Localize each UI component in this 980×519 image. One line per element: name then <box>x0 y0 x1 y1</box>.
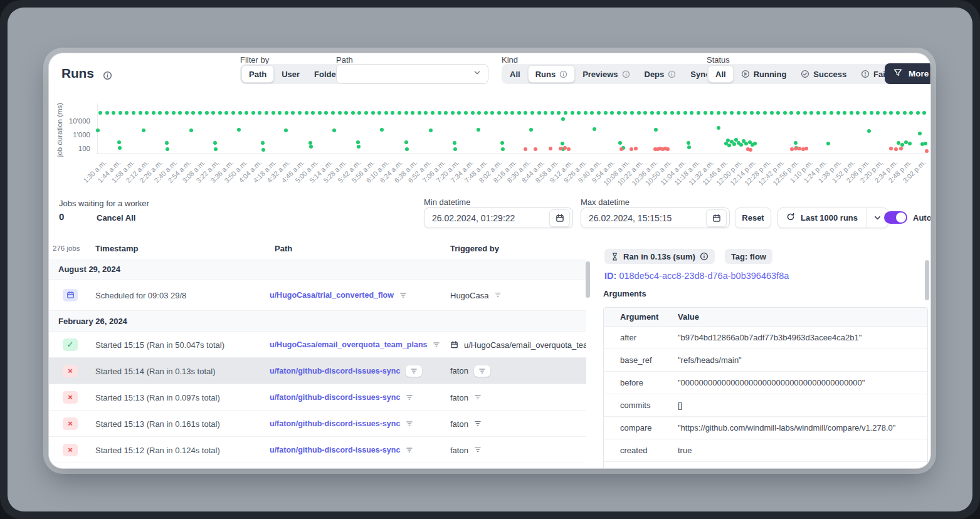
run-dot[interactable] <box>723 111 727 115</box>
run-dot[interactable] <box>477 111 481 115</box>
job-row[interactable]: ×Started 15:13 (Ran in 0.161s total)u/fa… <box>49 411 586 437</box>
run-dot[interactable] <box>98 111 102 115</box>
job-path-link[interactable]: u/HugoCasa/trial_converted_flow <box>270 291 394 300</box>
run-dot[interactable] <box>687 141 690 145</box>
filter-by-user[interactable]: User <box>275 65 307 83</box>
run-dot[interactable] <box>634 147 638 150</box>
run-dot[interactable] <box>610 111 614 115</box>
run-dot[interactable] <box>261 148 265 152</box>
run-dot[interactable] <box>743 111 747 115</box>
calendar-icon[interactable] <box>706 209 727 227</box>
run-dot[interactable] <box>666 147 670 151</box>
run-dot[interactable] <box>332 128 336 132</box>
run-dot[interactable] <box>710 111 714 115</box>
run-dot[interactable] <box>654 128 658 132</box>
run-dot[interactable] <box>559 147 562 150</box>
run-dot[interactable] <box>549 147 552 150</box>
run-dot[interactable] <box>903 111 907 115</box>
job-path-link[interactable]: u/faton/github-discord-issues-sync <box>270 393 400 402</box>
run-dot[interactable] <box>571 111 574 115</box>
run-dot[interactable] <box>453 141 456 145</box>
run-dot[interactable] <box>593 127 596 131</box>
filter-icon[interactable] <box>474 394 482 401</box>
run-dot[interactable] <box>431 111 435 115</box>
run-dot[interactable] <box>604 111 608 115</box>
detail-panel-scrollbar[interactable] <box>925 260 929 300</box>
run-dot[interactable] <box>889 147 893 150</box>
run-dot[interactable] <box>324 111 328 115</box>
max-datetime-input[interactable]: 26.02.2024, 15:15:15 <box>581 207 730 228</box>
run-dot[interactable] <box>271 111 275 115</box>
run-dot[interactable] <box>916 111 920 115</box>
run-dot[interactable] <box>749 148 752 152</box>
run-dot[interactable] <box>218 111 222 115</box>
run-dot[interactable] <box>258 111 261 115</box>
run-dot[interactable] <box>597 111 601 115</box>
run-dot[interactable] <box>577 111 581 115</box>
run-dot[interactable] <box>404 140 408 144</box>
run-dot[interactable] <box>856 111 860 115</box>
job-path-link[interactable]: u/faton/github-discord-issues-sync <box>270 367 400 375</box>
run-dot[interactable] <box>291 111 295 115</box>
run-dot[interactable] <box>265 111 268 115</box>
run-dot[interactable] <box>331 111 335 115</box>
run-dot[interactable] <box>424 111 428 115</box>
run-dot[interactable] <box>690 111 693 115</box>
filter-by-path[interactable]: Path <box>241 65 274 83</box>
run-dot[interactable] <box>918 132 922 135</box>
run-dot[interactable] <box>590 111 594 115</box>
run-dot[interactable] <box>922 111 926 115</box>
run-dot[interactable] <box>364 111 368 115</box>
run-dot[interactable] <box>380 128 384 132</box>
run-dot[interactable] <box>816 111 820 115</box>
run-dot[interactable] <box>870 111 873 115</box>
run-dot[interactable] <box>278 111 282 115</box>
run-dot[interactable] <box>830 111 833 115</box>
run-dot[interactable] <box>643 111 647 115</box>
run-dot[interactable] <box>185 111 189 115</box>
run-dot[interactable] <box>118 146 122 150</box>
run-dot[interactable] <box>96 128 100 132</box>
run-dot[interactable] <box>517 111 521 115</box>
run-dot[interactable] <box>490 111 494 115</box>
run-dot[interactable] <box>623 111 627 115</box>
run-dot[interactable] <box>863 111 867 115</box>
run-dot[interactable] <box>557 111 561 115</box>
run-dot[interactable] <box>783 111 787 115</box>
run-dot[interactable] <box>251 111 255 115</box>
run-dot[interactable] <box>453 147 457 151</box>
run-dot[interactable] <box>418 111 421 115</box>
run-dot[interactable] <box>119 111 122 115</box>
run-dot[interactable] <box>883 111 887 115</box>
run-dot[interactable] <box>318 111 322 115</box>
run-dot[interactable] <box>477 128 480 132</box>
run-dot[interactable] <box>371 111 375 115</box>
run-dot[interactable] <box>444 111 448 115</box>
job-path-link[interactable]: u/faton/github-discord-issues-sync <box>270 419 400 428</box>
run-dot[interactable] <box>524 147 527 151</box>
run-dot[interactable] <box>139 111 142 115</box>
run-dot[interactable] <box>384 111 388 115</box>
run-dot[interactable] <box>357 111 361 115</box>
kind-previews[interactable]: Previews <box>576 65 636 83</box>
job-row[interactable]: ×Started 15:14 (Ran in 0.13s total)u/fat… <box>49 358 586 384</box>
run-dot[interactable] <box>683 111 687 115</box>
run-dot[interactable] <box>687 145 691 149</box>
run-dot[interactable] <box>285 111 288 115</box>
run-dot[interactable] <box>717 111 720 115</box>
runs-scatter-plot[interactable] <box>97 103 930 154</box>
cancel-all-button[interactable]: Cancel All <box>97 213 135 223</box>
info-icon[interactable] <box>700 252 709 261</box>
job-row[interactable]: ×Started 15:13 (Ran in 0.097s total)u/fa… <box>49 384 586 411</box>
run-dot[interactable] <box>836 111 840 115</box>
filter-icon[interactable] <box>494 291 502 299</box>
run-dot[interactable] <box>537 111 541 115</box>
run-dot[interactable] <box>117 140 121 144</box>
run-dot[interactable] <box>703 111 707 115</box>
run-dot[interactable] <box>189 128 193 132</box>
run-dot[interactable] <box>889 111 893 115</box>
run-dot[interactable] <box>789 111 793 115</box>
run-dot[interactable] <box>908 142 912 145</box>
run-dot[interactable] <box>198 111 202 115</box>
run-dot[interactable] <box>561 117 565 121</box>
